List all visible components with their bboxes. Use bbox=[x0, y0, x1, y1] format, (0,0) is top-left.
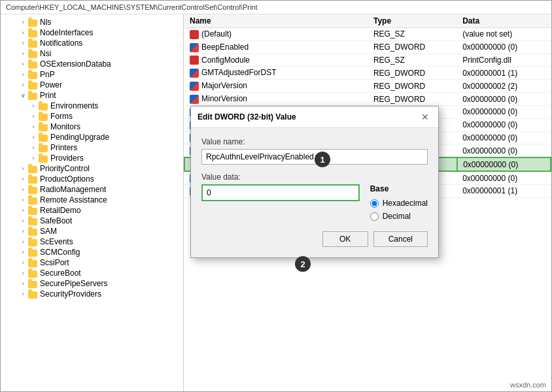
chevron-icon-nls: › bbox=[18, 19, 28, 25]
tree-label-notifications: Notifications bbox=[39, 39, 82, 48]
tree-item-forms[interactable]: ›Forms bbox=[1, 111, 183, 122]
tree-item-nodeinterfaces[interactable]: ›NodeInterfaces bbox=[1, 27, 183, 38]
reg-data-cell: (value not set) bbox=[457, 28, 551, 41]
reg-icon-sz bbox=[190, 30, 199, 39]
tree-item-printers[interactable]: ›Printers bbox=[1, 142, 183, 153]
tree-item-nsi[interactable]: ›Nsi bbox=[1, 48, 183, 59]
tree-label-nls: Nls bbox=[39, 18, 51, 27]
tree-item-retaildemo[interactable]: ›RetailDemo bbox=[1, 205, 183, 216]
tree-item-pendingupgrade[interactable]: ›PendingUpgrade bbox=[1, 132, 183, 142]
folder-icon-monitors bbox=[39, 124, 48, 131]
reg-data-cell: 0x00000000 (0) bbox=[457, 144, 551, 157]
hexadecimal-radio[interactable] bbox=[370, 199, 379, 208]
value-data-input[interactable] bbox=[201, 184, 360, 201]
value-data-wrap: Value data: bbox=[201, 172, 360, 221]
tree-item-scsiport[interactable]: ›ScsiPort bbox=[1, 257, 183, 268]
chevron-icon-scmconfig: › bbox=[18, 249, 28, 255]
chevron-icon-nodeinterfaces: › bbox=[18, 29, 28, 36]
tree-label-environments: Environments bbox=[49, 101, 98, 110]
reg-data-cell: PrintConfig.dll bbox=[457, 54, 551, 67]
tree-pane[interactable]: ›Nls›NodeInterfaces›Notifications›Nsi›OS… bbox=[1, 14, 184, 391]
tree-item-secureboot[interactable]: ›SecureBoot bbox=[1, 268, 183, 278]
tree-label-pnp: PnP bbox=[39, 70, 55, 79]
reg-name-cell: GMTAdjustedForDST bbox=[184, 67, 368, 80]
tree-item-securepipeservers[interactable]: ›SecurePipeServers bbox=[1, 278, 183, 289]
tree-label-remoteassistance: Remote Assistance bbox=[39, 195, 107, 204]
folder-icon-productoptions bbox=[28, 176, 37, 184]
folder-icon-sam bbox=[28, 229, 37, 236]
chevron-icon-power: › bbox=[18, 82, 28, 88]
tree-item-notifications[interactable]: ›Notifications bbox=[1, 38, 183, 48]
chevron-icon-providers: › bbox=[28, 155, 39, 161]
tree-label-nodeinterfaces: NodeInterfaces bbox=[39, 28, 93, 37]
reg-data-cell: 0x00000001 (1) bbox=[457, 67, 551, 80]
reg-name-cell: MinorVersion bbox=[184, 93, 368, 106]
table-row[interactable]: MajorVersionREG_DWORD0x00000002 (2) bbox=[184, 80, 551, 93]
tree-item-osextensiondata[interactable]: ›OSExtensionDataba bbox=[1, 59, 183, 69]
ok-button[interactable]: OK bbox=[322, 231, 368, 247]
tree-item-prioritycontrol[interactable]: ›PriorityControl bbox=[1, 163, 183, 174]
tree-item-sam[interactable]: ›SAM bbox=[1, 226, 183, 237]
hexadecimal-radio-row[interactable]: Hexadecimal bbox=[370, 199, 428, 208]
decimal-radio[interactable] bbox=[370, 212, 379, 221]
folder-icon-securepipeservers bbox=[28, 281, 37, 288]
reg-data-cell: 0x00000000 (0) bbox=[457, 93, 551, 106]
chevron-icon-prioritycontrol: › bbox=[18, 165, 28, 172]
cancel-button[interactable]: Cancel bbox=[373, 231, 428, 247]
table-row[interactable]: ConfigModuleREG_SZPrintConfig.dll bbox=[184, 54, 551, 67]
decimal-radio-row[interactable]: Decimal bbox=[370, 212, 428, 221]
tree-item-nls[interactable]: ›Nls bbox=[1, 17, 183, 27]
tree-item-scevents[interactable]: ›ScEvents bbox=[1, 237, 183, 247]
folder-icon-scsiport bbox=[28, 260, 37, 267]
tree-label-monitors: Monitors bbox=[49, 122, 80, 131]
table-row[interactable]: (Default)REG_SZ(value not set) bbox=[184, 28, 551, 41]
tree-item-monitors[interactable]: ›Monitors bbox=[1, 122, 183, 132]
table-row[interactable]: BeepEnabledREG_DWORD0x00000000 (0) bbox=[184, 41, 551, 54]
tree-label-securityproviders: SecurityProviders bbox=[39, 289, 101, 299]
dialog-close-button[interactable]: ✕ bbox=[419, 110, 432, 123]
tree-item-safeboot[interactable]: ›SafeBoot bbox=[1, 216, 183, 226]
chevron-icon-securityproviders: › bbox=[18, 291, 28, 297]
chevron-icon-radiomanagement: › bbox=[18, 186, 28, 193]
chevron-icon-printers: › bbox=[28, 144, 39, 151]
value-name-label: Value name: bbox=[201, 137, 428, 146]
tree-label-retaildemo: RetailDemo bbox=[39, 206, 81, 215]
reg-icon-sz bbox=[190, 56, 199, 65]
folder-icon-remoteassistance bbox=[28, 197, 37, 204]
tree-item-power[interactable]: ›Power bbox=[1, 80, 183, 90]
reg-type-cell: REG_DWORD bbox=[368, 93, 457, 106]
tree-item-print[interactable]: ∨Print bbox=[1, 90, 183, 101]
edit-dword-dialog[interactable]: Edit DWORD (32-bit) Value ✕ Value name: … bbox=[190, 106, 439, 258]
tree-label-prioritycontrol: PriorityControl bbox=[39, 164, 90, 173]
folder-icon-environments bbox=[39, 103, 48, 110]
tree-item-productoptions[interactable]: ›ProductOptions bbox=[1, 174, 183, 184]
tree-item-scmconfig[interactable]: ›SCMConfig bbox=[1, 247, 183, 257]
chevron-icon-notifications: › bbox=[18, 40, 28, 46]
tree-label-providers: Providers bbox=[49, 154, 84, 163]
tree-label-scevents: ScEvents bbox=[39, 237, 73, 246]
tree-label-print: Print bbox=[39, 91, 56, 100]
chevron-icon-environments: › bbox=[28, 103, 39, 109]
tree-item-remoteassistance[interactable]: ›Remote Assistance bbox=[1, 195, 183, 205]
reg-data-cell: 0x00000000 (0) bbox=[457, 105, 551, 118]
tree-item-securityproviders[interactable]: ›SecurityProviders bbox=[1, 289, 183, 299]
reg-name-cell: ConfigModule bbox=[184, 54, 368, 67]
decimal-label: Decimal bbox=[383, 212, 411, 221]
folder-icon-printers bbox=[39, 145, 48, 152]
folder-icon-notifications bbox=[28, 41, 37, 48]
tree-item-radiomanagement[interactable]: ›RadioManagement bbox=[1, 184, 183, 195]
folder-icon-providers bbox=[39, 155, 48, 163]
tree-label-secureboot: SecureBoot bbox=[39, 269, 81, 278]
value-name-input[interactable] bbox=[201, 149, 428, 165]
folder-icon-pnp bbox=[28, 72, 37, 79]
folder-icon-prioritycontrol bbox=[28, 166, 37, 173]
table-row[interactable]: MinorVersionREG_DWORD0x00000000 (0) bbox=[184, 93, 551, 106]
tree-label-sam: SAM bbox=[39, 227, 57, 236]
registry-editor: Computer\HKEY_LOCAL_MACHINE\SYSTEM\Curre… bbox=[0, 0, 552, 392]
tree-item-pnp[interactable]: ›PnP bbox=[1, 69, 183, 80]
tree-item-environments[interactable]: ›Environments bbox=[1, 101, 183, 111]
table-row[interactable]: GMTAdjustedForDSTREG_DWORD0x00000001 (1) bbox=[184, 67, 551, 80]
tree-label-productoptions: ProductOptions bbox=[39, 174, 94, 184]
folder-icon-nsi bbox=[28, 51, 37, 58]
tree-item-providers[interactable]: ›Providers bbox=[1, 153, 183, 163]
